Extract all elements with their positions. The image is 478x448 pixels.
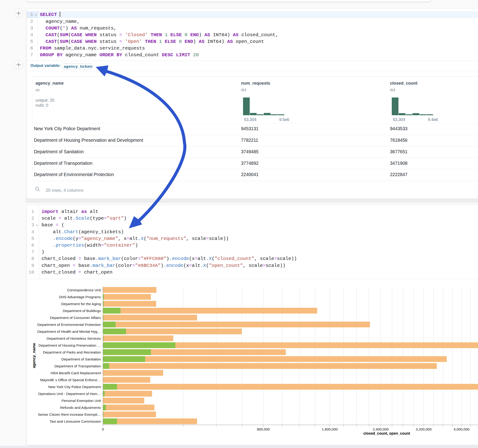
svg-text:3,200,000: 3,200,000 — [416, 427, 432, 431]
svg-text:Department of Consumer Affairs: Department of Consumer Affairs — [50, 316, 101, 320]
svg-text:New York City Police Departmen: New York City Police Department — [48, 385, 101, 389]
svg-text:Department of Housing Preserva: Department of Housing Preservation … — [38, 343, 101, 347]
svg-text:Mayorâ€ s Office of Special En: Mayorâ€ s Office of Special Enforce… — [40, 378, 101, 382]
svg-text:agency_name: agency_name — [32, 343, 36, 368]
svg-text:Refunds and Adjustments: Refunds and Adjustments — [60, 406, 101, 410]
svg-text:1,600,000: 1,600,000 — [322, 427, 338, 431]
svg-text:closed_count, open_count: closed_count, open_count — [363, 431, 410, 435]
svg-text:0: 0 — [102, 427, 104, 431]
svg-text:4,000,000: 4,000,000 — [453, 427, 470, 431]
svg-text:Department of Sanitation: Department of Sanitation — [61, 357, 101, 361]
svg-text:Taxi and Limousine Commission: Taxi and Limousine Commission — [50, 419, 101, 423]
svg-text:Operations Unit - Department o: Operations Unit - Department of Hom… — [38, 392, 101, 396]
svg-text:Department of Parks and Recrea: Department of Parks and Recreation — [43, 350, 101, 354]
svg-text:DHS Advantage Programs: DHS Advantage Programs — [59, 295, 101, 299]
svg-text:2,400,000: 2,400,000 — [373, 427, 389, 431]
svg-text:800,000: 800,000 — [257, 427, 270, 431]
svg-text:Department of Buildings: Department of Buildings — [63, 309, 101, 313]
svg-text:Personal Exemption Unit: Personal Exemption Unit — [62, 399, 101, 403]
svg-text:Department of Environmental Pr: Department of Environmental Protection — [37, 323, 101, 327]
svg-text:Senior Citizen Rent Increase E: Senior Citizen Rent Increase Exempti… — [38, 412, 101, 417]
svg-text:Department for the Aging: Department for the Aging — [61, 302, 101, 306]
svg-text:Correspondence Unit: Correspondence Unit — [67, 288, 101, 292]
svg-text:Department of Homeless Service: Department of Homeless Services — [47, 336, 101, 340]
svg-text:Department of Health and Menta: Department of Health and Mental Hyg… — [37, 330, 101, 333]
svg-text:HRA Benefit Card Replacement: HRA Benefit Card Replacement — [51, 371, 101, 375]
svg-text:Department of Transportation: Department of Transportation — [54, 364, 101, 368]
